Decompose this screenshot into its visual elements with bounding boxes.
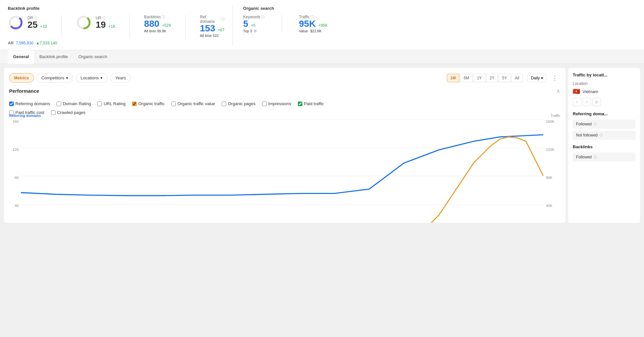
- keywords-value: 5: [243, 19, 248, 28]
- locations-button[interactable]: Locations ▾: [76, 73, 108, 83]
- tab-general[interactable]: General: [8, 50, 34, 64]
- cb-paid-traffic[interactable]: Paid traffic: [298, 101, 324, 106]
- ur-metric: UR ⓘ 19 +18: [76, 15, 115, 30]
- metrics-button[interactable]: Metrics: [9, 73, 34, 83]
- dr-block: DR ⓘ 25 +10: [27, 16, 47, 29]
- period-all[interactable]: All: [511, 74, 523, 82]
- followed-item: Followed ⓘ: [573, 120, 636, 129]
- location-nav-arrows: ‹ › ○: [573, 98, 636, 106]
- not-followed-item: Not followed ⓘ: [573, 131, 636, 140]
- cb-impressions[interactable]: Impressions: [262, 101, 291, 106]
- traffic-delta: +95K: [318, 23, 328, 28]
- competitors-button[interactable]: Competitors ▾: [37, 73, 73, 83]
- ar-row: AR 7,595,930 ▲7,033,140: [8, 41, 225, 45]
- keywords-info-icon[interactable]: ⓘ: [262, 15, 265, 19]
- vietnam-flag: 🇻🇳: [573, 88, 580, 95]
- followed-info-icon[interactable]: ⓘ: [594, 122, 597, 126]
- organic-title: Organic search: [243, 6, 636, 11]
- cb-domain-rating[interactable]: Domain Rating: [57, 101, 91, 106]
- metrics-checkboxes: Referring domains Domain Rating URL Rati…: [9, 101, 560, 115]
- cb-url-rating[interactable]: URL Rating: [97, 101, 126, 106]
- tab-backlink-profile[interactable]: Backlink profile: [34, 50, 73, 64]
- interval-chevron-icon: ▾: [541, 76, 543, 80]
- ref-domains-delta: +67: [218, 28, 224, 32]
- chart-left-axis-label: Referring domains: [9, 114, 41, 118]
- traffic-value: 95K: [299, 19, 316, 28]
- chart-area: Referring domains Traffic 160 120 80 40 …: [9, 120, 560, 217]
- locations-chevron-icon: ▾: [100, 75, 103, 80]
- ref-domains-value: 153: [200, 24, 215, 33]
- backlinks-followed-info-icon[interactable]: ⓘ: [594, 155, 597, 159]
- tab-organic-search[interactable]: Organic search: [73, 50, 112, 64]
- cb-organic-traffic[interactable]: Organic traffic: [132, 101, 165, 106]
- traffic-sub: Value $22.8K: [299, 29, 328, 33]
- years-button[interactable]: Years: [110, 73, 131, 83]
- top-panel: Backlink profile DR ⓘ 25: [0, 0, 644, 50]
- backlinks-metric: Backlinks ⓘ 880 +529 All time 99.8K: [144, 15, 171, 33]
- ur-value: 19: [95, 20, 106, 29]
- traffic-by-location-title: Traffic by locati...: [573, 72, 636, 77]
- traffic-metric: Traffic ⓘ 95K +95K Value $22.8K: [299, 15, 328, 33]
- more-options-button[interactable]: ⋮: [549, 73, 560, 83]
- next-location-button[interactable]: ›: [583, 98, 591, 106]
- chart-toolbar: Metrics Competitors ▾ Locations ▾ Years …: [9, 73, 560, 83]
- chart-right-labels: 160K 120K 80K 40K: [544, 120, 560, 208]
- dr-delta: +10: [40, 24, 47, 29]
- performance-title: Performance: [9, 88, 39, 94]
- backlink-profile-section: Backlink profile DR ⓘ 25: [8, 6, 233, 45]
- location-name: Vietnam: [583, 89, 598, 94]
- performance-header: Performance ∧: [9, 88, 560, 97]
- prev-location-button[interactable]: ‹: [573, 98, 581, 106]
- nav-tabs: General Backlink profile Organic search: [0, 50, 644, 64]
- separator-1: [61, 15, 62, 38]
- backlink-title: Backlink profile: [8, 6, 225, 11]
- right-panel: Traffic by locati... Location 🇻🇳 Vietnam…: [568, 68, 640, 223]
- separator-4: [282, 15, 282, 33]
- not-followed-info-icon[interactable]: ⓘ: [600, 133, 603, 137]
- backlinks-followed-item: Followed ⓘ: [573, 152, 636, 162]
- location-more-button[interactable]: ○: [592, 98, 601, 106]
- interval-dropdown[interactable]: Daily ▾: [527, 74, 547, 82]
- ur-block: UR ⓘ 19 +18: [95, 16, 115, 29]
- cb-crawled-pages[interactable]: Crawled pages: [51, 110, 86, 115]
- ref-domains-info-icon[interactable]: ⓘ: [221, 17, 225, 22]
- ar-delta: ▲7,033,140: [36, 41, 57, 45]
- location-row: 🇻🇳 Vietnam: [573, 88, 636, 95]
- period-1m[interactable]: 1M: [447, 74, 460, 82]
- ref-domains-sub: All time 522: [200, 34, 225, 38]
- keywords-delta: +5: [251, 23, 255, 28]
- chart-right-axis-label: Traffic: [551, 114, 560, 118]
- dr-value: 25: [27, 20, 38, 29]
- backlinks-delta: +529: [162, 23, 171, 28]
- period-6m[interactable]: 6M: [460, 74, 473, 82]
- separator-2: [129, 15, 130, 38]
- collapse-icon[interactable]: ∧: [556, 88, 560, 94]
- backlinks-info-icon[interactable]: ⓘ: [162, 15, 165, 19]
- period-5y[interactable]: 5Y: [499, 74, 511, 82]
- organic-search-section: Organic search Keywords ⓘ 5 +5 Top 3 0: [233, 6, 636, 45]
- location-label: Location: [573, 81, 636, 86]
- organic-metrics-row: Keywords ⓘ 5 +5 Top 3 0 Traffic ⓘ: [243, 15, 636, 33]
- keywords-sub: Top 3 0: [243, 29, 265, 33]
- ur-ring: [76, 15, 92, 30]
- backlinks-value: 880: [144, 19, 160, 28]
- separator-3: [185, 15, 186, 38]
- keywords-metric: Keywords ⓘ 5 +5 Top 3 0: [243, 15, 265, 33]
- ref-domains-metric: Ref. domains ⓘ 153 +67 All time 522: [200, 15, 225, 38]
- performance-chart: [21, 120, 543, 223]
- competitors-chevron-icon: ▾: [66, 75, 68, 80]
- dr-metric: DR ⓘ 25 +10: [8, 15, 47, 30]
- time-period-buttons: 1M 6M 1Y 2Y 5Y All: [447, 74, 523, 82]
- ar-value: 7,595,930: [16, 41, 33, 45]
- backlinks-sub: All time 99.8K: [144, 29, 171, 33]
- backlinks-panel-title: Backlinks: [573, 144, 636, 149]
- ref-domains-label: Ref. domains ⓘ: [200, 15, 225, 24]
- ur-delta: +18: [109, 24, 115, 29]
- cb-organic-value[interactable]: Organic traffic value: [171, 101, 215, 106]
- cb-referring-domains[interactable]: Referring domains: [9, 101, 50, 106]
- period-2y[interactable]: 2Y: [486, 74, 498, 82]
- cb-organic-pages[interactable]: Organic pages: [222, 101, 256, 106]
- main-content: Metrics Competitors ▾ Locations ▾ Years …: [0, 64, 644, 223]
- referring-domains-panel-title: Referring doma...: [573, 111, 636, 116]
- period-1y[interactable]: 1Y: [473, 74, 485, 82]
